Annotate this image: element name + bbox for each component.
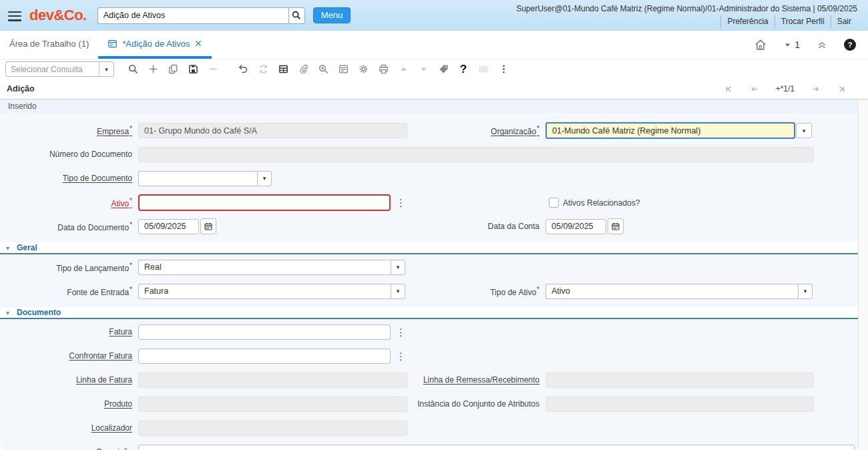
linha-fatura-field <box>138 373 407 388</box>
produto-field <box>138 397 407 412</box>
field-label-linha-fatura[interactable]: Linha de Fatura <box>0 375 136 385</box>
save-icon[interactable] <box>183 61 203 78</box>
field-label-tipo-lancamento: Tipo de Lançamento <box>0 262 136 273</box>
field-label-tipo-documento[interactable]: Tipo de Documento <box>0 174 136 183</box>
record-position: +*1/1 <box>776 84 795 93</box>
find-record-icon[interactable] <box>123 61 143 78</box>
field-label-produto[interactable]: Produto <box>0 399 136 409</box>
help-icon[interactable]: ? <box>844 39 856 51</box>
tab-workspace[interactable]: Área de Trabalho (1) <box>0 31 98 59</box>
field-label-ativos-relacionados: Ativos Relacionados? <box>563 198 640 208</box>
data-documento-calendar-icon[interactable] <box>200 218 216 234</box>
delete-record-icon[interactable] <box>203 61 223 78</box>
window-help-icon[interactable]: ? <box>453 61 473 78</box>
first-record-icon[interactable] <box>724 84 734 94</box>
numero-documento-field <box>138 147 814 162</box>
fatura-field[interactable] <box>138 324 391 340</box>
field-label-data-documento: Data do Documento <box>0 221 136 232</box>
confrontar-fatura-field[interactable] <box>138 349 391 364</box>
ativo-more-icon[interactable]: ⋮ <box>395 198 407 208</box>
grid-toggle-icon[interactable] <box>273 61 293 78</box>
process-gear-icon[interactable] <box>353 61 373 78</box>
section-documento[interactable]: ▾ Documento <box>0 307 858 319</box>
organizacao-field[interactable] <box>546 122 795 139</box>
field-label-confrontar-fatura[interactable]: Confrontar Fatura <box>0 351 136 361</box>
tipo-documento-dropdown-icon[interactable]: ▾ <box>257 171 272 186</box>
data-conta-calendar-icon[interactable] <box>608 218 624 234</box>
menu-button[interactable]: Menu <box>313 7 351 23</box>
section-collapse-icon[interactable]: ▾ <box>6 309 9 316</box>
section-title-documento: Documento <box>17 308 61 317</box>
more-options-icon[interactable] <box>493 61 513 78</box>
last-record-icon[interactable] <box>837 84 847 94</box>
refresh-icon[interactable] <box>253 61 273 78</box>
open-window-count: 1 <box>795 39 800 50</box>
switch-role-link[interactable]: Trocar Perfil <box>775 15 831 28</box>
copy-record-icon[interactable] <box>163 61 183 78</box>
previous-record-icon[interactable] <box>750 84 760 94</box>
undo-icon[interactable] <box>233 61 253 78</box>
tab-asset-addition[interactable]: *Adição de Ativos <box>98 31 212 59</box>
window-list-dropdown[interactable]: 1 <box>783 39 800 50</box>
data-conta-field[interactable] <box>546 219 606 234</box>
field-label-linha-remessa[interactable]: Linha de Remessa/Recebimento <box>407 375 543 385</box>
field-label-data-conta: Data da Conta <box>407 222 543 231</box>
detail-record-icon[interactable] <box>413 61 433 78</box>
fatura-more-icon[interactable]: ⋮ <box>395 327 407 337</box>
barcode-icon[interactable] <box>473 61 493 78</box>
label-tag-icon[interactable] <box>433 61 453 78</box>
tipo-ativo-field[interactable] <box>546 284 798 299</box>
print-icon[interactable] <box>373 61 393 78</box>
linha-remessa-field <box>546 373 814 388</box>
collapse-header-icon[interactable] <box>816 39 828 51</box>
section-title-geral: Geral <box>17 243 37 252</box>
global-search <box>97 7 305 24</box>
field-label-localizador[interactable]: Localizador <box>0 423 136 433</box>
tipo-lancamento-dropdown-icon[interactable]: ▾ <box>391 260 405 275</box>
ativos-relacionados-checkbox[interactable] <box>549 198 559 208</box>
hamburger-menu-icon[interactable] <box>8 11 21 21</box>
descricao-field[interactable] <box>138 445 855 450</box>
zoom-across-icon[interactable] <box>313 61 333 78</box>
field-label-ativo[interactable]: Ativo <box>0 197 136 208</box>
confrontar-fatura-more-icon[interactable]: ⋮ <box>395 351 407 361</box>
organizacao-dropdown-icon[interactable]: ▾ <box>796 123 812 138</box>
logout-link[interactable]: Sair <box>831 15 857 28</box>
fonte-entrada-field[interactable] <box>138 284 391 299</box>
tipo-ativo-dropdown-icon[interactable]: ▾ <box>798 284 813 299</box>
data-documento-field[interactable] <box>138 219 199 234</box>
field-label-instancia-atributos: Instância do Conjunto de Atributos <box>407 399 543 409</box>
record-status: Inserido <box>0 99 858 114</box>
attachment-icon[interactable] <box>293 61 313 78</box>
window-icon <box>107 39 118 49</box>
tipo-lancamento-field[interactable] <box>138 260 391 275</box>
vertical-scrollbar[interactable] <box>858 99 868 450</box>
user-area: SuperUser@01-Mundo Café Matriz (Regime N… <box>516 3 860 28</box>
field-label-fatura[interactable]: Fatura <box>0 327 136 336</box>
global-search-input[interactable] <box>97 7 288 24</box>
select-query-placeholder: Selecionar Consulta <box>6 65 99 74</box>
ativo-field[interactable] <box>138 194 391 211</box>
window-tab-title: Adição <box>7 84 35 93</box>
section-geral[interactable]: ▾ Geral <box>0 242 858 254</box>
field-label-organizacao[interactable]: Organização <box>407 125 543 136</box>
field-label-tipo-ativo: Tipo de Ativo <box>407 286 543 297</box>
search-icon[interactable] <box>288 7 305 24</box>
app-logo: dev&Co. <box>29 7 87 24</box>
new-record-icon[interactable] <box>143 61 163 78</box>
window-toolbar: Selecionar Consulta ▾ ? <box>0 59 868 79</box>
field-label-empresa[interactable]: Empresa <box>0 125 136 136</box>
close-tab-icon[interactable] <box>194 39 202 47</box>
preference-link[interactable]: Preferência <box>720 15 774 28</box>
note-icon[interactable] <box>333 61 353 78</box>
section-collapse-icon[interactable]: ▾ <box>6 244 9 252</box>
fonte-entrada-dropdown-icon[interactable]: ▾ <box>391 284 405 299</box>
parent-record-icon[interactable] <box>393 61 413 78</box>
field-label-fonte-entrada: Fonte de Entrada <box>0 286 136 297</box>
next-record-icon[interactable] <box>811 84 821 94</box>
tab-bar: Área de Trabalho (1) *Adição de Ativos 1… <box>0 31 868 59</box>
home-icon[interactable] <box>754 38 767 51</box>
tipo-documento-field[interactable] <box>138 171 257 186</box>
form-panel: Empresa Organização ▾ Número do Document… <box>0 114 858 450</box>
select-query-dropdown[interactable]: Selecionar Consulta ▾ <box>5 61 114 77</box>
